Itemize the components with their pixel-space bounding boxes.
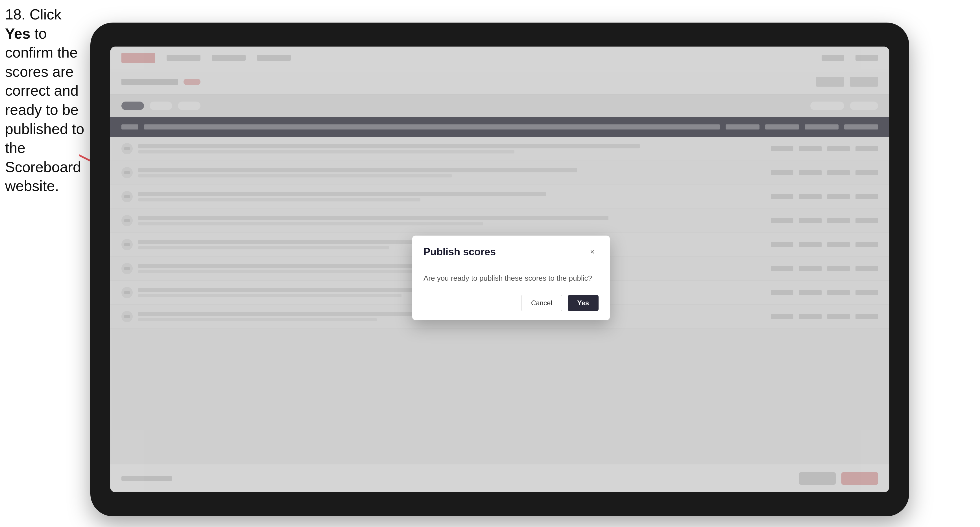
modal-overlay: Publish scores × Are you ready to publis… (110, 46, 889, 492)
text-after-bold: to confirm the scores are correct and re… (5, 25, 84, 194)
cancel-button[interactable]: Cancel (521, 295, 562, 311)
tablet-device: Publish scores × Are you ready to publis… (90, 22, 909, 516)
modal-title: Publish scores (423, 246, 496, 258)
tablet-screen: Publish scores × Are you ready to publis… (110, 46, 889, 492)
publish-scores-modal: Publish scores × Are you ready to publis… (412, 236, 610, 320)
step-number: 18. (5, 6, 25, 22)
bold-yes: Yes (5, 25, 30, 42)
modal-footer: Cancel Yes (412, 289, 610, 320)
instruction-text: 18. Click Yes to confirm the scores are … (5, 5, 87, 196)
modal-header: Publish scores × (412, 236, 610, 265)
modal-message: Are you ready to publish these scores to… (423, 273, 598, 283)
yes-button[interactable]: Yes (568, 295, 598, 311)
modal-close-button[interactable]: × (586, 246, 598, 258)
text-before-bold: Click (30, 6, 62, 22)
modal-body: Are you ready to publish these scores to… (412, 265, 610, 289)
